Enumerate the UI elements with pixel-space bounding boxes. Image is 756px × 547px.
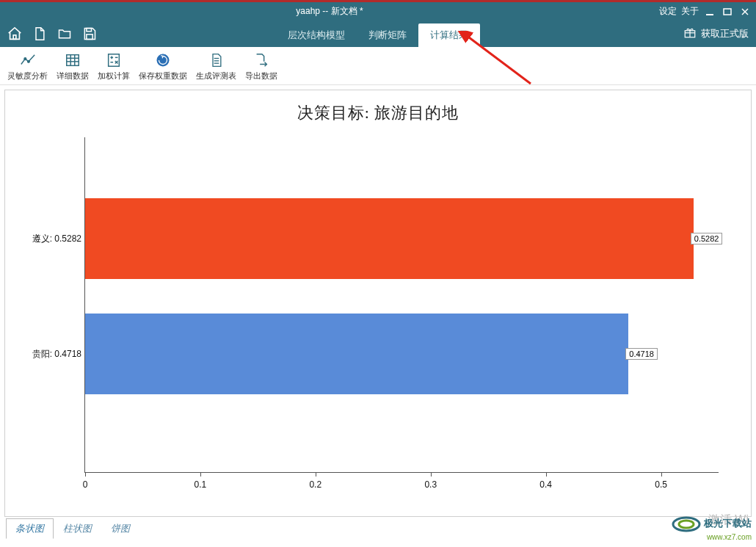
tab-hierarchy-model[interactable]: 层次结构模型: [276, 23, 357, 47]
svg-rect-12: [67, 55, 79, 66]
x-tick-3: 0.3: [424, 479, 437, 490]
watermark-logo-icon: [671, 516, 702, 532]
title-bar: yaahp -- 新文档 * 设定 关于: [0, 0, 756, 21]
tool-export-data[interactable]: 导出数据: [242, 50, 280, 83]
plot-inner: 0.5282 0.4718 0 0.1 0.2 0.3 0.4 0.5: [84, 137, 719, 473]
main-tabs: 层次结构模型 判断矩阵 计算结果: [0, 21, 756, 47]
gift-icon: [683, 26, 697, 41]
tool-save-weights[interactable]: 保存权重数据: [136, 50, 190, 83]
y-tick-label-1: 贵阳: 0.4718: [27, 348, 81, 361]
watermark-site: www.xz7.com: [707, 533, 752, 541]
tool-sensitivity[interactable]: 灵敏度分析: [4, 50, 51, 83]
save-icon[interactable]: [81, 25, 98, 43]
svg-point-11: [27, 60, 29, 62]
x-tick-5: 0.5: [655, 479, 667, 490]
svg-rect-1: [724, 9, 731, 15]
watermark: 极光下载站 www.xz7.com: [671, 516, 752, 541]
tab-calc-results[interactable]: 计算结果: [418, 23, 480, 47]
tool-sensitivity-label: 灵敏度分析: [7, 70, 48, 81]
close-button[interactable]: [738, 7, 752, 17]
svg-rect-5: [87, 29, 92, 32]
tool-weighted-calc[interactable]: 加权计算: [95, 50, 133, 83]
get-full-version[interactable]: 获取正式版: [683, 26, 756, 47]
svg-rect-6: [87, 35, 92, 40]
btab-bar-vertical[interactable]: 柱状图: [54, 518, 101, 539]
chart-panel: 决策目标: 旅游目的地 遵义: 0.5282 贵阳: 0.4718 0.5282…: [4, 90, 752, 517]
btab-pie[interactable]: 饼图: [101, 518, 139, 539]
tool-weighted-calc-label: 加权计算: [98, 70, 130, 81]
new-file-icon[interactable]: [31, 25, 48, 43]
svg-point-10: [23, 58, 26, 60]
bar-guiyang: [85, 314, 628, 394]
plot-area: 遵义: 0.5282 贵阳: 0.4718 0.5282 0.4718 0 0.…: [27, 130, 729, 493]
bar-label-zunyi: 0.5282: [691, 233, 723, 244]
evaluation-icon: [208, 51, 225, 69]
tab-judgment-matrix[interactable]: 判断矩阵: [357, 23, 418, 47]
window-controls: 设定 关于: [659, 5, 756, 18]
svg-point-24: [156, 54, 170, 67]
x-tick-2: 0.2: [309, 479, 321, 490]
svg-rect-4: [13, 35, 16, 40]
settings-link[interactable]: 设定: [659, 5, 677, 18]
export-icon: [252, 51, 270, 69]
tool-gen-eval-label: 生成评测表: [196, 70, 236, 81]
detail-data-icon: [64, 51, 81, 69]
about-link[interactable]: 关于: [681, 5, 699, 18]
sensitivity-icon: [19, 51, 37, 69]
toolbar: 灵敏度分析 详细数据 加权计算 保存权重数据 生成评测表 导出数据: [0, 47, 756, 85]
tool-export-label: 导出数据: [245, 70, 277, 81]
tool-detail-data[interactable]: 详细数据: [54, 50, 92, 83]
menu-bar: 层次结构模型 判断矩阵 计算结果 获取正式版: [0, 21, 756, 47]
bar-label-guiyang: 0.4718: [625, 348, 658, 360]
minimize-button[interactable]: [703, 7, 716, 17]
chart-type-tabs: 条状图 柱状图 饼图: [0, 517, 756, 539]
y-tick-label-0: 遵义: 0.5282: [27, 233, 81, 245]
quick-actions: [0, 25, 104, 47]
x-tick-0: 0: [83, 479, 88, 490]
bar-zunyi: [85, 198, 694, 279]
tool-gen-eval-table[interactable]: 生成评测表: [193, 50, 239, 83]
svg-rect-17: [109, 54, 120, 67]
chart-title: 决策目标: 旅游目的地: [5, 90, 751, 130]
save-weights-icon: [154, 51, 172, 69]
tool-save-weights-label: 保存权重数据: [139, 70, 187, 81]
home-icon[interactable]: [6, 25, 23, 43]
tool-detail-data-label: 详细数据: [57, 70, 89, 81]
maximize-button[interactable]: [721, 7, 734, 17]
window-title: yaahp -- 新文档 *: [0, 5, 659, 18]
calc-icon: [105, 51, 123, 69]
svg-point-30: [679, 521, 694, 528]
get-full-version-label: 获取正式版: [701, 27, 749, 40]
x-tick-1: 0.1: [195, 479, 207, 490]
watermark-brand: 极光下载站: [704, 518, 752, 529]
open-folder-icon[interactable]: [56, 25, 73, 43]
btab-bar-horizontal[interactable]: 条状图: [6, 518, 54, 539]
x-tick-4: 0.4: [539, 479, 552, 490]
